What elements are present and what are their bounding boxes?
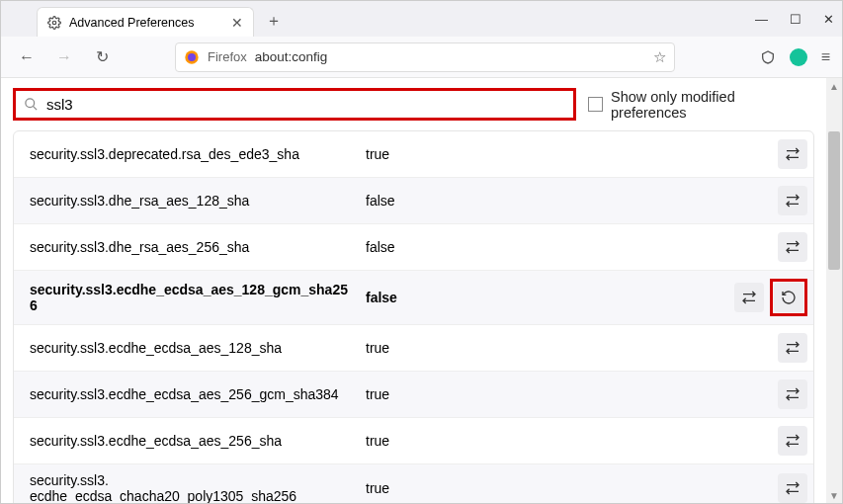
toolbar: ← → ↻ Firefox about:config ☆ ≡ xyxy=(1,37,842,78)
toggle-button[interactable] xyxy=(778,232,807,262)
gear-icon xyxy=(47,16,61,30)
pref-search-box[interactable] xyxy=(13,88,576,121)
pref-name: security.ssl3.ecdhe_ecdsa_aes_256_gcm_sh… xyxy=(30,386,366,402)
toolbar-right: ≡ xyxy=(760,48,830,66)
show-modified-checkbox[interactable]: Show only modified preferences xyxy=(588,89,814,121)
toggle-button[interactable] xyxy=(778,139,807,169)
reset-highlight xyxy=(770,279,807,316)
pref-value: false xyxy=(366,290,734,305)
pref-search-input[interactable] xyxy=(46,96,565,113)
firefox-icon xyxy=(184,49,200,65)
pref-name: security.ssl3.dhe_rsa_aes_256_sha xyxy=(30,239,366,255)
pref-actions xyxy=(778,186,807,215)
pref-row: security.ssl3. ecdhe_ecdsa_chacha20_poly… xyxy=(14,463,813,503)
browser-tab[interactable]: Advanced Preferences ✕ xyxy=(37,7,254,37)
svg-point-3 xyxy=(26,99,35,108)
pref-actions xyxy=(778,473,807,503)
pref-value: true xyxy=(366,386,778,402)
pref-value: true xyxy=(366,480,778,496)
pref-row: security.ssl3.ecdhe_ecdsa_aes_256_gcm_sh… xyxy=(14,371,813,417)
svg-point-0 xyxy=(52,21,56,25)
toggle-button[interactable] xyxy=(734,283,764,312)
pref-value: true xyxy=(366,146,778,162)
pref-actions xyxy=(778,426,807,456)
pref-name: security.ssl3.deprecated.rsa_des_ede3_sh… xyxy=(30,146,366,162)
close-window-button[interactable]: ✕ xyxy=(823,12,834,27)
pref-name: security.ssl3. ecdhe_ecdsa_chacha20_poly… xyxy=(30,472,366,503)
minimize-button[interactable]: — xyxy=(755,12,768,27)
checkbox-label: Show only modified preferences xyxy=(611,89,814,121)
tab-title: Advanced Preferences xyxy=(69,16,194,30)
pref-row: security.ssl3.deprecated.rsa_des_ede3_sh… xyxy=(14,131,813,177)
scrollbar[interactable]: ▲ ▼ xyxy=(826,78,842,503)
reset-button[interactable] xyxy=(774,283,803,312)
tab-close-button[interactable]: ✕ xyxy=(231,15,243,31)
maximize-button[interactable]: ☐ xyxy=(790,12,801,27)
reload-button[interactable]: ↻ xyxy=(88,43,116,71)
pref-value: false xyxy=(366,193,778,209)
pref-name: security.ssl3.ecdhe_ecdsa_aes_128_sha xyxy=(30,340,366,356)
toggle-button[interactable] xyxy=(778,333,807,363)
forward-button[interactable]: → xyxy=(50,43,78,71)
url-value: about:config xyxy=(255,49,328,64)
extension-icon[interactable] xyxy=(790,48,807,66)
svg-point-2 xyxy=(188,53,196,61)
toggle-button[interactable] xyxy=(778,473,807,503)
back-button[interactable]: ← xyxy=(13,43,41,71)
url-prefix: Firefox xyxy=(208,49,247,64)
pref-actions xyxy=(778,139,807,169)
toggle-button[interactable] xyxy=(778,186,807,215)
pref-actions xyxy=(734,279,807,316)
menu-button[interactable]: ≡ xyxy=(821,48,830,66)
pocket-icon[interactable] xyxy=(760,49,776,65)
pref-name: security.ssl3.ecdhe_ecdsa_aes_256_sha xyxy=(30,433,366,449)
new-tab-button[interactable]: ＋ xyxy=(260,7,288,35)
search-row: Show only modified preferences xyxy=(1,78,826,130)
content-area: Show only modified preferences security.… xyxy=(1,78,842,503)
pref-value: true xyxy=(366,433,778,449)
pref-list: security.ssl3.deprecated.rsa_des_ede3_sh… xyxy=(13,130,814,503)
scroll-thumb[interactable] xyxy=(828,131,840,270)
bookmark-star-icon[interactable]: ☆ xyxy=(653,48,666,66)
search-icon xyxy=(24,97,39,112)
pref-name: security.ssl3.dhe_rsa_aes_128_sha xyxy=(30,193,366,209)
pref-row: security.ssl3.ecdhe_ecdsa_aes_128_shatru… xyxy=(14,324,813,371)
toggle-button[interactable] xyxy=(778,379,807,409)
svg-line-4 xyxy=(33,106,37,110)
window-controls: — ☐ ✕ xyxy=(755,1,834,37)
pref-value: false xyxy=(366,239,778,255)
pref-actions xyxy=(778,333,807,363)
pref-row: security.ssl3.dhe_rsa_aes_128_shafalse xyxy=(14,177,813,223)
url-bar[interactable]: Firefox about:config ☆ xyxy=(175,42,675,72)
pref-name: security.ssl3.ecdhe_ecdsa_aes_128_gcm_sh… xyxy=(30,282,366,313)
scroll-down-icon[interactable]: ▼ xyxy=(826,487,842,503)
titlebar: Advanced Preferences ✕ ＋ — ☐ ✕ xyxy=(1,1,842,37)
toggle-button[interactable] xyxy=(778,426,807,456)
checkbox-icon xyxy=(588,97,603,112)
pref-actions xyxy=(778,379,807,409)
pref-row: security.ssl3.dhe_rsa_aes_256_shafalse xyxy=(14,223,813,270)
pref-actions xyxy=(778,232,807,262)
pref-row: security.ssl3.ecdhe_ecdsa_aes_128_gcm_sh… xyxy=(14,270,813,324)
pref-value: true xyxy=(366,340,778,356)
pref-row: security.ssl3.ecdhe_ecdsa_aes_256_shatru… xyxy=(14,417,813,463)
scroll-up-icon[interactable]: ▲ xyxy=(826,78,842,94)
